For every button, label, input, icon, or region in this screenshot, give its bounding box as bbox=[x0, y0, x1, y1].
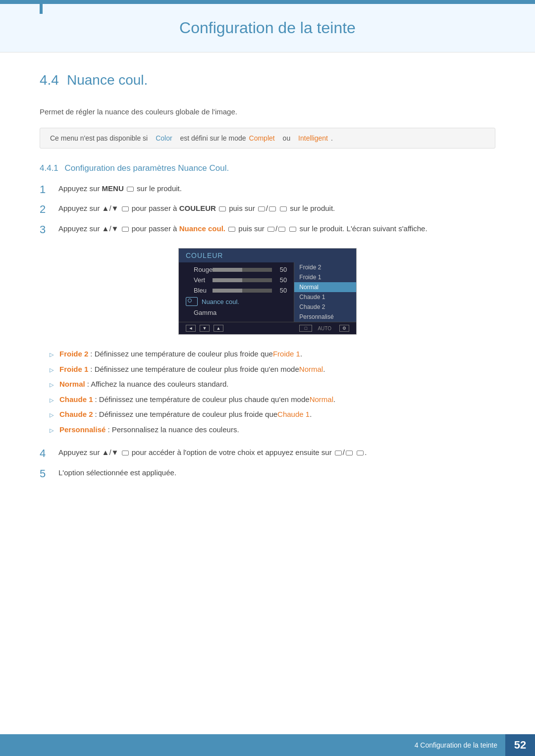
btn-down: ▼ bbox=[200, 325, 210, 332]
rouge-bar bbox=[213, 268, 272, 272]
menu-row-gamma: Gamma bbox=[179, 307, 294, 318]
opt-desc-froide2: : Définissez une température de couleur … bbox=[90, 349, 273, 360]
page-number-box: 52 bbox=[505, 734, 535, 756]
opt-label-chaude2: Chaude 2 bbox=[59, 409, 93, 420]
menu-kbd: MENU bbox=[102, 184, 124, 193]
opt-ref-froide1: Normal bbox=[299, 364, 323, 375]
step-4-number: 4 bbox=[40, 447, 54, 460]
subsection-number: 4.4.1 bbox=[40, 163, 58, 173]
option-chaude2: ▷ Chaude 2 : Définissez une température … bbox=[50, 409, 495, 420]
vert-label: Vert bbox=[194, 276, 213, 284]
opt-label-chaude1: Chaude 1 bbox=[59, 394, 93, 405]
bleu-bar bbox=[213, 289, 272, 293]
step-5: 5 L'option sélectionnée est appliquée. bbox=[40, 467, 495, 480]
nav-icon-4 bbox=[122, 451, 129, 455]
menu-mockup: COULEUR Rouge 50 Vert bbox=[178, 248, 357, 335]
note-suffix: . bbox=[331, 134, 333, 142]
opt-ref-froide2: Froide 1 bbox=[273, 349, 300, 360]
nuance-opt-froide2: Froide 2 bbox=[294, 262, 356, 272]
main-content: 4.4 Nuance coul. Permet de régler la nua… bbox=[0, 52, 535, 530]
option-froide2: ▷ Froide 2 : Définissez une température … bbox=[50, 349, 495, 360]
nuance-opt-froide1: Froide 1 bbox=[294, 272, 356, 282]
step-1-number: 1 bbox=[40, 183, 54, 196]
menu-left-panel: Rouge 50 Vert 50 bbox=[179, 262, 294, 322]
step-5-number: 5 bbox=[40, 467, 54, 480]
opt-suf-chaude1: . bbox=[333, 394, 335, 405]
note-color-label: Color bbox=[156, 134, 172, 142]
nuance-label: Nuance coul. bbox=[202, 298, 239, 305]
menu-header: COULEUR bbox=[179, 249, 356, 262]
section-description: Permet de régler la nuance des couleurs … bbox=[40, 106, 495, 118]
note-mode2: Intelligent bbox=[298, 134, 328, 142]
opt-ref-chaude2: Chaude 1 bbox=[277, 409, 310, 420]
step-1: 1 Appuyez sur MENU sur le produit. bbox=[40, 183, 495, 196]
option-chaude1: ▷ Chaude 1 : Définissez une température … bbox=[50, 394, 495, 405]
options-list: ▷ Froide 2 : Définissez une température … bbox=[50, 349, 495, 435]
subsection-441: 4.4.1 Configuration des paramètres Nuanc… bbox=[40, 163, 495, 480]
enter-icon-4b bbox=[346, 451, 353, 455]
note-box: Ce menu n'est pas disponible si Color es… bbox=[40, 128, 495, 149]
btn-icon-4 bbox=[357, 451, 364, 455]
opt-label-froide1: Froide 1 bbox=[59, 364, 88, 375]
step-3: 3 Appuyez sur ▲/▼ pour passer à Nuance c… bbox=[40, 223, 495, 236]
rouge-val: 50 bbox=[275, 266, 287, 273]
nuance-opt-normal: Normal bbox=[294, 282, 356, 292]
vert-bar bbox=[213, 278, 272, 282]
bullet-6: ▷ bbox=[50, 426, 55, 435]
menu-items: Rouge 50 Vert 50 bbox=[179, 262, 294, 320]
btn-screen: □ bbox=[299, 325, 312, 332]
enter-icon-4a bbox=[335, 451, 342, 455]
nav-icon-3 bbox=[122, 227, 129, 232]
bleu-label: Bleu bbox=[194, 287, 213, 294]
page-number: 52 bbox=[514, 739, 526, 752]
page-title: Configuration de la teinte bbox=[40, 19, 495, 37]
opt-desc-perso: : Personnalisez la nuance des couleurs. bbox=[107, 424, 239, 436]
btn-icon-2 bbox=[280, 206, 287, 211]
section-44: 4.4 Nuance coul. Permet de régler la nua… bbox=[40, 72, 495, 149]
nuance-dropdown: Froide 2 Froide 1 Normal Chaude 1 Chaude… bbox=[294, 262, 356, 322]
nav-icon-2 bbox=[122, 206, 129, 211]
menu-body: Rouge 50 Vert 50 bbox=[179, 262, 356, 322]
opt-label-normal: Normal bbox=[59, 379, 85, 390]
bullet-1: ▷ bbox=[50, 351, 55, 359]
opt-suf-chaude2: . bbox=[310, 409, 312, 420]
bullet-4: ▷ bbox=[50, 396, 55, 404]
bullet-5: ▷ bbox=[50, 411, 55, 419]
step-3-text: Appuyez sur ▲/▼ pour passer à Nuance cou… bbox=[58, 223, 428, 235]
enter-icon-3a bbox=[268, 227, 274, 232]
opt-desc-froide1: : Définissez une température de couleur … bbox=[90, 364, 299, 375]
enter-icon-3b bbox=[278, 227, 285, 232]
menu-row-rouge: Rouge 50 bbox=[179, 264, 294, 275]
step-4-text: Appuyez sur ▲/▼ pour accéder à l'option … bbox=[58, 447, 367, 458]
nuance-opt-chaude1: Chaude 1 bbox=[294, 292, 356, 302]
menu-mockup-wrapper: COULEUR Rouge 50 Vert bbox=[40, 248, 495, 335]
opt-ref-chaude1: Normal bbox=[310, 394, 333, 405]
option-froide1: ▷ Froide 1 : Définissez une température … bbox=[50, 364, 495, 375]
btn-icon-3 bbox=[289, 227, 296, 232]
footer-chapter: 4 Configuration de la teinte bbox=[407, 741, 505, 749]
nuance-icon bbox=[228, 227, 235, 232]
opt-suf-froide1: . bbox=[323, 364, 325, 375]
step-5-text: L'option sélectionnée est appliquée. bbox=[58, 467, 176, 479]
note-prefix: Ce menu n'est pas disponible si bbox=[50, 134, 148, 142]
option-normal: ▷ Normal : Affichez la nuance des couleu… bbox=[50, 379, 495, 390]
btn-auto-label: AUTO bbox=[318, 326, 331, 331]
button-icon bbox=[127, 187, 134, 192]
bullet-2: ▷ bbox=[50, 366, 55, 374]
bullet-3: ▷ bbox=[50, 381, 55, 389]
subsection-heading: 4.4.1 Configuration des paramètres Nuanc… bbox=[40, 163, 495, 173]
step-2: 2 Appuyez sur ▲/▼ pour passer à COULEUR … bbox=[40, 203, 495, 216]
rouge-label: Rouge bbox=[194, 266, 213, 273]
nuance-opt-chaude2: Chaude 2 bbox=[294, 302, 356, 312]
menu-row-nuance: Nuance coul. bbox=[179, 296, 294, 307]
btn-power: ⚙ bbox=[339, 325, 349, 332]
page-title-area: Configuration de la teinte bbox=[0, 4, 535, 52]
opt-label-froide2: Froide 2 bbox=[59, 349, 88, 360]
opt-label-perso: Personnalisé bbox=[59, 424, 106, 436]
step-1-text: Appuyez sur MENU sur le produit. bbox=[58, 183, 182, 195]
btn-up: ▲ bbox=[214, 325, 223, 332]
option-perso: ▷ Personnalisé : Personnalisez la nuance… bbox=[50, 424, 495, 436]
menu-row-bleu: Bleu 50 bbox=[179, 285, 294, 296]
color-icon bbox=[219, 206, 226, 211]
nuance-label-step3: Nuance coul. bbox=[179, 224, 225, 233]
